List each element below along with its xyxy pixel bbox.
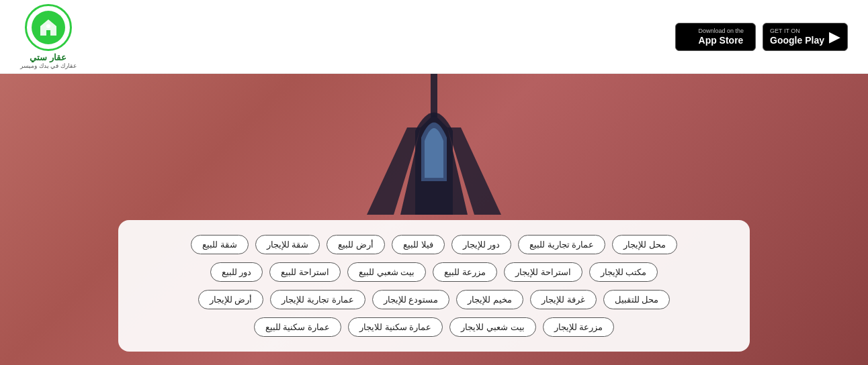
- logo-circle: [25, 4, 72, 51]
- tag-مخيم-للإيجار[interactable]: مخيم للإيجار: [456, 290, 523, 309]
- app-store-big: App Store: [699, 35, 744, 46]
- google-play-big: Google Play: [770, 35, 824, 46]
- tag-شقة-للإيجار[interactable]: شقة للإيجار: [255, 235, 320, 254]
- google-play-small: GET IT ON: [770, 28, 824, 35]
- tag-استراحة-للبيع[interactable]: استراحة للبيع: [269, 262, 341, 282]
- google-play-icon: ▶: [829, 30, 840, 44]
- tag-مزرعة-للإيجار[interactable]: مزرعة للإيجار: [543, 317, 615, 337]
- tag-دور-للبيع[interactable]: دور للبيع: [210, 262, 263, 282]
- tag-فيلا-للبيع[interactable]: فيلا للبيع: [392, 235, 445, 254]
- tag-محل-للإيجار[interactable]: محل للإيجار: [612, 235, 677, 254]
- tag-استراحة-للإيجار[interactable]: استراحة للإيجار: [504, 262, 582, 282]
- tag-شقة-للبيع[interactable]: شقة للبيع: [191, 235, 249, 254]
- tags-card: محل للإيجار عمارة تجارية للبيع دور للإيج…: [118, 220, 750, 352]
- tag-مزرعة-للبيع[interactable]: مزرعة للبيع: [433, 262, 497, 282]
- tag-محل-للتقبيل[interactable]: محل للتقبيل: [603, 290, 670, 309]
- tags-row-4: مزرعة للإيجار بيت شعبي للايجار عمارة سكن…: [138, 317, 730, 337]
- logo-sub: عقارك في يدك وميسر: [20, 62, 77, 69]
- tags-row-1: محل للإيجار عمارة تجارية للبيع دور للإيج…: [138, 235, 730, 254]
- app-store-badge[interactable]: Download on the App Store: [675, 23, 756, 51]
- tag-مستودع-للإيجار[interactable]: مستودع للإيجار: [372, 290, 450, 309]
- svg-rect-2: [431, 74, 437, 117]
- tags-row-2: مكتب للإيجار استراحة للإيجار مزرعة للبيع…: [138, 262, 730, 282]
- tag-عمارة-سكنية-للبيع[interactable]: عمارة سكنية للبيع: [254, 317, 341, 337]
- tag-بيت-شعبي-للبيع[interactable]: بيت شعبي للبيع: [347, 262, 426, 282]
- tag-عمارة-تجارية-للإيجار[interactable]: عمارة تجارية للإيجار: [270, 290, 365, 309]
- tag-أرض-للبيع[interactable]: أرض للبيع: [327, 235, 385, 254]
- tags-row-3: محل للتقبيل غرفة للإيجار مخيم للإيجار مس…: [138, 290, 730, 309]
- logo-name: عقار ستي: [30, 52, 67, 62]
- logo-svg: [38, 17, 58, 38]
- tag-عمارة-سكنية-للايجار[interactable]: عمارة سكنية للايجار: [348, 317, 443, 337]
- tag-أرض-للإيجار[interactable]: أرض للإيجار: [198, 290, 264, 309]
- tower-image: [333, 74, 535, 215]
- app-store-small: Download on the: [699, 28, 744, 35]
- tag-غرفة-للإيجار[interactable]: غرفة للإيجار: [530, 290, 597, 309]
- logo-inner: [32, 11, 65, 44]
- google-play-badge[interactable]: ▶ GET IT ON Google Play: [763, 23, 848, 51]
- tag-مكتب-للإيجار[interactable]: مكتب للإيجار: [589, 262, 658, 282]
- header: ▶ GET IT ON Google Play Download on the …: [0, 0, 868, 74]
- tag-دور-للإيجار[interactable]: دور للإيجار: [451, 235, 512, 254]
- app-badges: ▶ GET IT ON Google Play Download on the …: [675, 23, 848, 51]
- logo: عقار ستي عقارك في يدك وميسر: [20, 4, 77, 69]
- tag-بيت-شعبي-للايجار[interactable]: بيت شعبي للايجار: [449, 317, 535, 337]
- tag-عمارة-تجارية-للبيع[interactable]: عمارة تجارية للبيع: [518, 235, 605, 254]
- svg-point-5: [46, 24, 50, 28]
